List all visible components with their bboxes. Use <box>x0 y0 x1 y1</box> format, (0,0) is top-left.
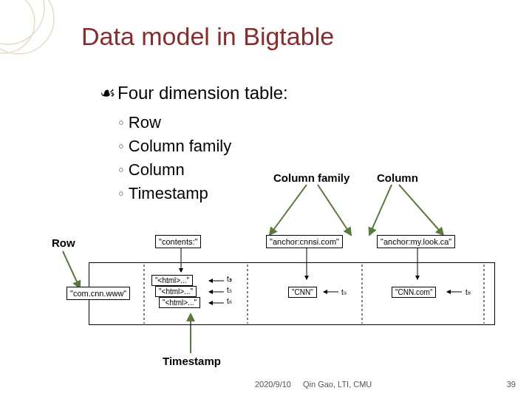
sub-item-label: Column family <box>129 137 231 155</box>
svg-point-0 <box>0 0 44 44</box>
row-key: "com.cnn.www" <box>66 287 130 300</box>
header-contents: "contents:" <box>155 235 201 248</box>
main-bullet: ☙Four dimension table: <box>100 83 288 103</box>
ts-t3: t₃ <box>227 275 232 283</box>
header-anchor-mylook: "anchor:my.look.ca" <box>377 235 455 248</box>
svg-point-1 <box>0 0 54 54</box>
bigtable-diagram: "contents:" "anchor:cnnsi.com" "anchor:m… <box>74 229 502 347</box>
sub-item-col: ◦Column <box>118 158 231 182</box>
footer-author: Qin Gao, LTI, CMU <box>303 380 372 389</box>
label-column: Column <box>377 171 418 184</box>
sub-item-label: Timestamp <box>129 184 208 202</box>
label-column-family: Column family <box>273 171 349 184</box>
label-row: Row <box>52 236 75 249</box>
slide-title: Data model in Bigtable <box>81 22 334 51</box>
main-bullet-text: Four dimension table: <box>117 83 288 103</box>
footer-page-number: 39 <box>507 380 516 389</box>
sub-bullet-list: ◦Row ◦Column family ◦Column ◦Timestamp <box>118 111 231 205</box>
sub-bullet-icon: ◦ <box>118 137 124 155</box>
bullet-icon: ☙ <box>100 83 116 103</box>
sub-item-label: Column <box>129 160 185 179</box>
sub-bullet-icon: ◦ <box>118 160 124 179</box>
footer-date: 2020/9/10 <box>255 380 291 389</box>
sub-item-label: Row <box>129 113 161 132</box>
sub-item-row: ◦Row <box>118 111 231 134</box>
cell-cnn: "CNN" <box>288 287 317 298</box>
corner-decoration <box>0 0 66 66</box>
cell-html-3: "<html>..." <box>159 297 200 308</box>
sub-item-cf: ◦Column family <box>118 134 231 158</box>
svg-point-2 <box>0 0 35 53</box>
sub-bullet-icon: ◦ <box>118 113 124 132</box>
cell-html-1: "<html>..." <box>151 275 193 286</box>
label-timestamp: Timestamp <box>163 355 221 367</box>
ts-t9: t₉ <box>341 288 347 296</box>
ts-t6: t₆ <box>227 297 232 305</box>
svg-line-6 <box>399 185 443 235</box>
sub-item-ts: ◦Timestamp <box>118 182 231 205</box>
sub-bullet-icon: ◦ <box>118 184 124 202</box>
svg-line-3 <box>270 185 307 235</box>
header-anchor-cnnsi: "anchor:cnnsi.com" <box>266 235 343 248</box>
cell-cnn-com: "CNN.com" <box>392 287 436 298</box>
svg-line-4 <box>318 185 351 235</box>
ts-t8: t₈ <box>466 288 471 296</box>
svg-line-5 <box>369 185 392 235</box>
ts-t5: t₅ <box>227 286 232 294</box>
cell-html-2: "<html>..." <box>155 286 197 297</box>
